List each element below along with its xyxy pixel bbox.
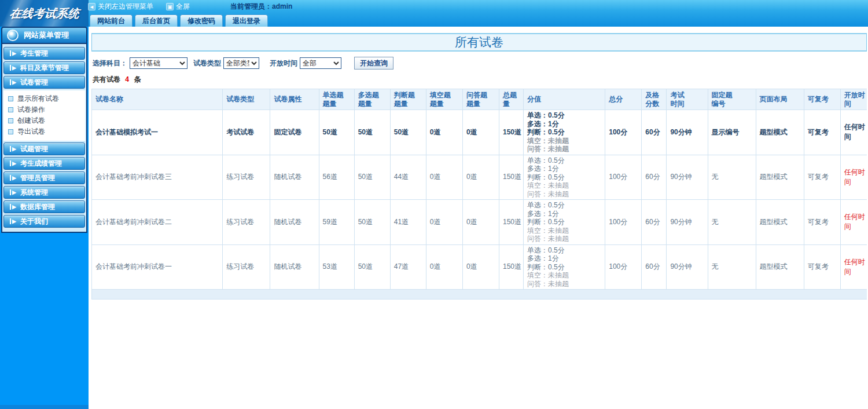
time-filter-label: 开放时间 (270, 59, 297, 68)
main-content: 所有试卷 选择科目： 会计基础 试卷类型 全部类型 开放时间 全部 开始查询 共… (89, 27, 868, 409)
cell-judge: 47道 (390, 244, 426, 290)
current-admin-label: 当前管理员：admin (230, 2, 292, 12)
column-header: 及格 分数 (642, 89, 667, 110)
cell-attr: 固定试卷 (270, 110, 319, 155)
cell-type: 练习试卷 (223, 244, 270, 290)
cell-attr: 随机试卷 (270, 200, 319, 245)
app-logo: 在线考试系统 (0, 0, 89, 27)
cell-name: 会计基础考前冲刺试卷三 (92, 155, 223, 200)
sidebar-group-label: 试题管理 (20, 144, 48, 154)
table-row: 会计基础考前冲刺试卷一练习试卷随机试卷53道50道47道0道0道150道单选：0… (92, 244, 867, 290)
subject-filter-label: 选择科目： (93, 59, 127, 68)
cell-layout: 题型模式 (756, 244, 804, 290)
collapse-left-icon: ◄ (88, 3, 95, 10)
cell-blank: 0道 (426, 110, 462, 155)
cell-open-time: 任何时间 (840, 200, 867, 245)
sidebar-subitem[interactable]: 创建试卷 (3, 115, 85, 126)
sidebar-subitem[interactable]: 显示所有试卷 (3, 93, 85, 104)
bullet-icon (8, 96, 13, 101)
open-time-select[interactable]: 全部 (300, 57, 341, 69)
subject-select[interactable]: 会计基础 (130, 57, 187, 69)
score-line: 填空：未抽题 (527, 271, 603, 280)
cell-pass-score: 60分 (642, 244, 667, 290)
filter-bar: 选择科目： 会计基础 试卷类型 全部类型 开放时间 全部 开始查询 (93, 57, 867, 70)
top-tab[interactable]: 网站前台 (90, 14, 133, 27)
close-left-menu-label: 关闭左边管理菜单 (98, 2, 153, 12)
app-logo-text: 在线考试系统 (9, 6, 80, 21)
cell-layout: 题型模式 (756, 110, 804, 155)
sidebar-subitem[interactable]: 试卷操作 (3, 104, 85, 115)
column-header: 多选题 题量 (354, 89, 390, 110)
sidebar-group-button[interactable]: ▶试题管理 (3, 143, 85, 155)
cell-multi: 50道 (354, 244, 390, 290)
top-tab[interactable]: 后台首页 (135, 14, 178, 27)
cell-blank: 0道 (426, 244, 462, 290)
fullscreen-link[interactable]: ▣ 全屏 (166, 2, 190, 12)
sidebar-group-button[interactable]: ▶考生管理 (3, 47, 85, 60)
column-header: 判断题 题量 (390, 89, 426, 110)
cell-fixed-no: 无 (708, 200, 756, 245)
page-title-bar: 所有试卷 (91, 33, 867, 52)
sidebar-group-button[interactable]: ▶系统管理 (3, 186, 85, 199)
paper-type-select[interactable]: 全部类型 (223, 57, 259, 69)
sidebar-group-button[interactable]: ▶关于我们 (3, 215, 85, 228)
result-count-suffix: 条 (134, 75, 141, 83)
search-button[interactable]: 开始查询 (354, 57, 393, 70)
sidebar-group-button[interactable]: ▶数据库管理 (3, 200, 85, 213)
sidebar-group-label: 试卷管理 (20, 78, 48, 87)
play-icon: ▶ (10, 204, 16, 210)
table-row: 会计基础模拟考试一考试试卷固定试卷50道50道50道0道0道150道单选：0.5… (92, 110, 867, 155)
table-footer-cell (92, 290, 867, 300)
sidebar-group-label: 关于我们 (20, 217, 48, 227)
score-line: 填空：未抽题 (527, 227, 603, 235)
score-line: 判断：0.5分 (527, 128, 603, 137)
top-tab[interactable]: 退出登录 (225, 14, 268, 27)
score-line: 问答：未抽题 (527, 190, 603, 199)
column-header: 可复考 (804, 89, 840, 110)
cell-score: 单选：0.5分多选：1分判断：0.5分填空：未抽题问答：未抽题 (524, 200, 605, 245)
sidebar-group-button[interactable]: ▶试卷管理 (3, 76, 85, 89)
sidebar-group-button[interactable]: ▶科目及章节管理 (3, 61, 85, 74)
cell-layout: 题型模式 (756, 155, 804, 200)
column-header: 问答题 题量 (462, 89, 499, 110)
fullscreen-icon: ▣ (166, 3, 174, 10)
bullet-icon (8, 118, 13, 123)
cell-score: 单选：0.5分多选：1分判断：0.5分填空：未抽题问答：未抽题 (524, 244, 605, 290)
cell-exam-time: 90分钟 (667, 200, 708, 245)
sidebar-subitem-label: 导出试卷 (17, 127, 45, 137)
cell-total-score: 100分 (605, 110, 642, 155)
score-line: 判断：0.5分 (527, 173, 603, 182)
play-icon: ▶ (10, 146, 16, 152)
sidebar-group-button[interactable]: ▶考生成绩管理 (3, 157, 85, 170)
score-line: 单选：0.5分 (527, 246, 603, 255)
score-line: 问答：未抽题 (527, 145, 603, 154)
sidebar-group-label: 数据库管理 (20, 202, 55, 212)
column-header: 试卷属性 (270, 89, 319, 110)
cell-total: 150道 (499, 110, 523, 155)
play-icon: ▶ (10, 218, 16, 224)
play-icon: ▶ (10, 79, 16, 85)
cell-judge: 41道 (390, 200, 426, 245)
cell-fixed-no: 无 (708, 244, 756, 290)
sidebar: 网站菜单管理 ▶考生管理▶科目及章节管理▶试卷管理显示所有试卷试卷操作创建试卷导… (0, 27, 89, 409)
column-header: 总分 (605, 89, 642, 110)
sidebar-group-button[interactable]: ▶管理员管理 (3, 171, 85, 184)
sidebar-group-label: 考生成绩管理 (20, 159, 62, 169)
score-line: 判断：0.5分 (527, 218, 603, 227)
score-line: 填空：未抽题 (527, 181, 603, 190)
close-left-menu-link[interactable]: ◄ 关闭左边管理菜单 (88, 2, 153, 12)
top-tabs: 网站前台后台首页修改密码退出登录 (90, 14, 268, 27)
papers-table: 试卷名称试卷类型试卷属性单选题 题量多选题 题量判断题 题量填空题 题量问答题 … (91, 89, 867, 300)
cell-total-score: 100分 (605, 200, 642, 245)
score-line: 单选：0.5分 (527, 201, 603, 210)
play-icon: ▶ (10, 175, 16, 181)
sidebar-submenu: 显示所有试卷试卷操作创建试卷导出试卷 (3, 90, 85, 141)
sidebar-subitem-label: 显示所有试卷 (17, 94, 59, 104)
page-title: 所有试卷 (455, 34, 503, 50)
sidebar-subitem[interactable]: 导出试卷 (3, 126, 85, 137)
sidebar-group-label: 考生管理 (20, 49, 48, 59)
top-tab[interactable]: 修改密码 (180, 14, 223, 27)
sidebar-header: 网站菜单管理 (1, 27, 87, 44)
score-line: 填空：未抽题 (527, 137, 603, 145)
result-count: 共有试卷 4 条 (93, 75, 867, 85)
